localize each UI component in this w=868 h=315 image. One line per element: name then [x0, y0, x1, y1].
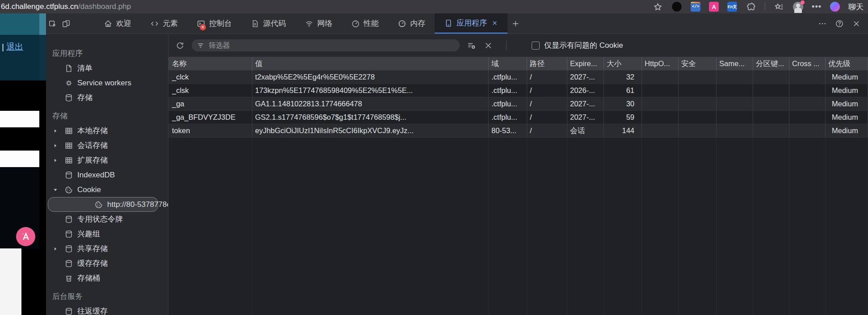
- expander-right-icon[interactable]: [52, 143, 64, 149]
- sidebar-item--[interactable]: 兴趣组: [46, 227, 168, 241]
- extension-dot-icon[interactable]: [671, 1, 682, 12]
- only-issues-control[interactable]: 仅显示有问题的 Cookie: [532, 40, 623, 50]
- page-scrollbar-thumb[interactable]: [39, 13, 46, 35]
- expander-right-icon[interactable]: [52, 128, 64, 134]
- clear-filter-icon[interactable]: [465, 41, 478, 50]
- sidebar-item--[interactable]: 专用状态令牌: [46, 212, 168, 227]
- column-header[interactable]: 大小: [604, 57, 642, 71]
- network-icon: [305, 19, 314, 28]
- application-sidebar: 应用程序清单Service workers存储存储本地存储会话存储扩展存储Ind…: [46, 34, 168, 315]
- cookie-row-_ga_BFDVYZJ3DE[interactable]: _ga_BFDVYZJ3DEGS2.1.s1774768596$o7$g1$t1…: [168, 111, 868, 124]
- tab-network[interactable]: 网络: [295, 13, 342, 34]
- sidebar-item--[interactable]: 共享存储: [46, 241, 168, 256]
- copilot-chat-label[interactable]: 聊天: [848, 2, 864, 12]
- extension-translate-pink-icon[interactable]: A: [709, 2, 719, 12]
- tab-sources[interactable]: 源代码: [241, 13, 295, 34]
- tab-label: 控制台: [209, 18, 232, 29]
- expander-right-icon[interactable]: [52, 157, 64, 164]
- cookie-row-_clck[interactable]: _clckt2xabp%5E2%5Eg4r%5E0%5E2278.ctfplu.…: [168, 71, 868, 84]
- delete-all-cookies-icon[interactable]: [482, 41, 495, 50]
- sidebar-item--[interactable]: 扩展存储: [46, 153, 168, 168]
- close-tab-icon[interactable]: [491, 20, 498, 26]
- column-header[interactable]: Cross ...: [789, 57, 826, 71]
- favorites-bar-icon[interactable]: [774, 1, 784, 12]
- column-header[interactable]: 安全: [679, 57, 717, 71]
- sidebar-item-label: 兴趣组: [77, 229, 100, 239]
- cell-expires: 2027-...: [567, 111, 604, 124]
- cell-path: /: [527, 71, 567, 84]
- extension-code-icon[interactable]: </>: [691, 2, 700, 12]
- cookie-row-_clsk[interactable]: _clsk173kzpn%5E1774768598409%5E2%5E1%5E.…: [168, 84, 868, 97]
- sidebar-item--[interactable]: 存储: [46, 90, 168, 105]
- column-header[interactable]: 域: [489, 57, 527, 71]
- tab-application[interactable]: 应用程序: [435, 13, 507, 34]
- sources-icon: [251, 19, 260, 28]
- sidebar-item-cookie[interactable]: Cookie: [46, 182, 168, 197]
- expander-right-icon[interactable]: [52, 246, 64, 252]
- logout-link[interactable]: 退出: [6, 42, 23, 51]
- expander-down-icon[interactable]: [52, 187, 64, 193]
- sidebar-item--[interactable]: 本地存储: [46, 123, 168, 138]
- only-issues-checkbox[interactable]: [532, 42, 540, 50]
- device-toolbar-icon[interactable]: [59, 13, 73, 34]
- cell-same_site: [717, 97, 753, 111]
- devtools-more-icon[interactable]: [816, 19, 829, 28]
- column-header[interactable]: 优先级: [826, 57, 868, 71]
- sidebar-item-indexeddb[interactable]: IndexedDB: [46, 168, 168, 182]
- tab-strip: 欢迎元素控制台✕源代码网络性能内存应用程序: [94, 13, 507, 34]
- sidebar-item--[interactable]: 缓存存储: [46, 256, 168, 271]
- browser-url-bar[interactable]: 6d.challenge.ctfplus.cn/dashboard.php </…: [0, 0, 868, 13]
- tab-label: 元素: [163, 18, 178, 29]
- cookie-filter-input[interactable]: [208, 41, 455, 50]
- tab-welcome[interactable]: 欢迎: [94, 13, 141, 34]
- refresh-icon[interactable]: [174, 41, 186, 50]
- tab-memory[interactable]: 内存: [388, 13, 435, 34]
- sidebar-item--[interactable]: 会话存储: [46, 138, 168, 153]
- column-header[interactable]: Same...: [717, 57, 753, 71]
- cookie-table: 名称值域路径Expire...大小HttpO...安全Same...分区键...…: [168, 57, 868, 315]
- column-header[interactable]: 分区键...: [753, 57, 789, 71]
- sidebar-item-service-workers[interactable]: Service workers: [46, 76, 168, 90]
- tab-label: 应用程序: [457, 18, 487, 28]
- cell-expires: 2027-...: [567, 97, 604, 111]
- help-icon[interactable]: [833, 19, 846, 28]
- close-devtools-icon[interactable]: [850, 19, 863, 28]
- cell-domain: .ctfplu...: [489, 71, 527, 84]
- column-header[interactable]: Expire...: [567, 57, 604, 71]
- empty-column: [789, 138, 826, 315]
- new-tab-icon[interactable]: [507, 13, 524, 34]
- extensions-puzzle-icon[interactable]: [746, 1, 756, 12]
- favorite-star-icon[interactable]: [652, 1, 663, 12]
- url-text[interactable]: 6d.challenge.ctfplus.cn/dashboard.php: [1, 2, 131, 11]
- empty-column: [527, 138, 567, 315]
- cell-same_site: [717, 71, 753, 84]
- sidebar-item--[interactable]: 存储桶: [46, 271, 168, 286]
- column-header[interactable]: 值: [252, 57, 489, 71]
- sidebar-item--[interactable]: 清单: [46, 61, 168, 76]
- cookie-row-_ga[interactable]: _gaGA1.1.1481022813.1774666478.ctfplu...…: [168, 97, 868, 111]
- cell-value: GS2.1.s1774768596$o7$g1$t1774768598$j...: [252, 111, 489, 124]
- page-scrollbar[interactable]: [39, 13, 46, 80]
- cell-value: eyJhbGciOiJIUzI1NiIsInR5cCI6IkpXVCJ9.eyJ…: [252, 124, 489, 138]
- extension-translate-en-icon[interactable]: En文: [727, 2, 737, 12]
- column-header[interactable]: 名称: [168, 57, 252, 71]
- sidebar-item-http-80-5378778e-[interactable]: http://80-5378778e-...: [48, 197, 158, 212]
- page-header-block: [0, 13, 39, 35]
- column-header[interactable]: HttpO...: [642, 57, 679, 71]
- cell-domain: .ctfplu...: [489, 111, 527, 124]
- sidebar-item--[interactable]: 往返缓存: [46, 304, 168, 315]
- tab-label: 源代码: [263, 18, 286, 29]
- tab-console[interactable]: 控制台✕: [187, 13, 241, 34]
- more-menu-icon[interactable]: •••: [812, 2, 822, 12]
- cookie-row-token[interactable]: tokeneyJhbGciOiJIUzI1NiIsInR5cCI6IkpXVCJ…: [168, 124, 868, 138]
- tab-performance[interactable]: 性能: [342, 13, 388, 34]
- tab-elements[interactable]: 元素: [141, 13, 187, 34]
- copilot-icon[interactable]: [830, 2, 840, 12]
- inspect-element-icon[interactable]: [46, 13, 59, 34]
- cookie-filter[interactable]: [192, 39, 460, 51]
- grid-icon: [64, 126, 74, 135]
- application-icon: [444, 19, 453, 28]
- column-header[interactable]: 路径: [527, 57, 567, 71]
- home-icon: [104, 19, 113, 28]
- profile-avatar[interactable]: [793, 2, 803, 12]
